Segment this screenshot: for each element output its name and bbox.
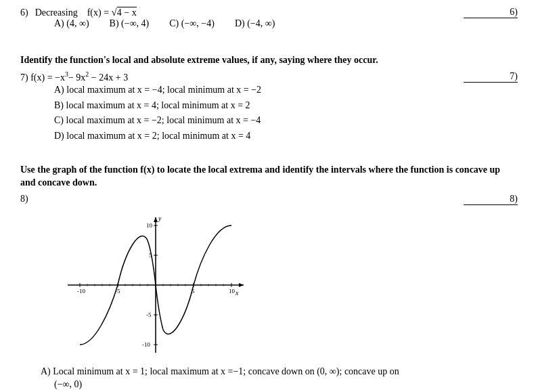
q6-choice-d: D) (−4, ∞) [235,18,275,29]
svg-text:-5: -5 [146,311,152,318]
svg-text:-10: -10 [142,341,150,348]
q8-choices: A) Local minimum at x = 1; local maximum… [41,365,518,392]
q6-choice-c: C) (−∞, −4) [169,18,215,29]
q7-header: Identify the function's local and absolu… [20,53,518,67]
q8-header: Use the graph of the function f(x) to lo… [20,163,518,190]
svg-text:10: 10 [229,288,236,295]
q7-answer-blank: 7) [464,71,518,83]
q7-choice-a: A) local maximum at x = −4; local minimu… [54,83,518,97]
q7-choice-c: C) local maximum at x = −2; local minimu… [54,114,518,127]
function-graph: -10 -5 5 10 x 10 5 -5 -10 y [61,211,250,360]
svg-text:10: 10 [146,222,153,229]
q6-choice-b: B) (−∞, 4) [110,18,150,29]
q6-label: Decreasing [35,7,78,18]
q8-number: 8) [20,194,28,204]
q7-row: 7) f(x) = −x3− 9x2 − 24x + 3 7) [20,71,518,84]
q7-choice-d: D) local maximum at x = 2; local minimum… [54,129,518,143]
svg-marker-2 [239,283,244,287]
q7-number: 7) f(x) = −x3− 9x2 − 24x + 3 [20,72,128,83]
q6-choices: A) (4, ∞) B) (−∞, 4) C) (−∞, −4) D) (−4,… [54,18,518,29]
svg-text:-10: -10 [77,288,85,295]
q6-choice-a: A) (4, ∞) [54,18,89,29]
q7-choices: A) local maximum at x = −4; local minimu… [54,83,518,142]
q8-row: 8) 8) [20,194,518,205]
q6-number: 6) [20,7,28,18]
q6-answer-blank: 6) [464,7,518,18]
q6-function: f(x) = √4 − x [87,7,137,18]
svg-text:y: y [158,215,162,222]
q7-choice-b: B) local maximum at x = 4; local minimum… [54,99,518,112]
graph-container: -10 -5 5 10 x 10 5 -5 -10 y [61,211,250,360]
q8-choice-a: A) Local minimum at x = 1; local maximum… [41,365,518,391]
q8-answer-blank: 8) [464,194,518,205]
svg-text:x: x [235,289,239,297]
q6-row: 6) Decreasing f(x) = √4 − x 6) [20,7,518,18]
svg-marker-3 [154,217,158,222]
